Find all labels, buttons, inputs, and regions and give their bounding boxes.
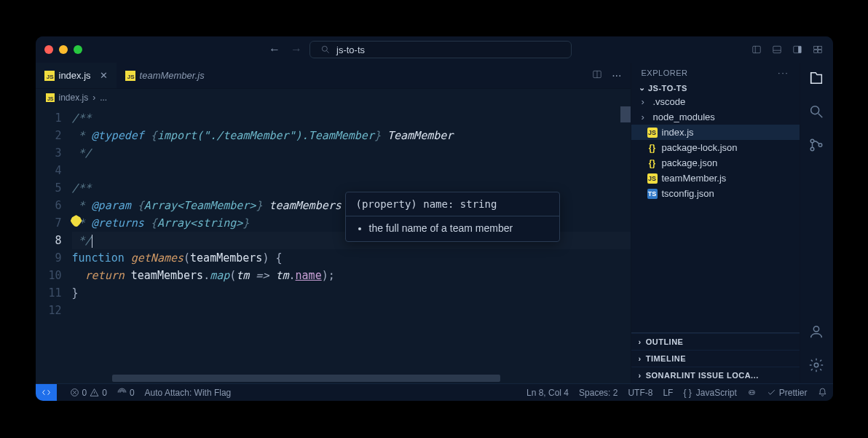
notifications-icon[interactable] [818, 388, 827, 397]
editor-group: JS index.js ✕ JS teamMember.js ··· JS in… [36, 63, 631, 383]
hover-signature: (property) name: string [346, 192, 559, 216]
json-file-icon: {} [647, 143, 658, 153]
js-file-icon: JS [44, 71, 55, 81]
activity-bar [800, 63, 833, 383]
breadcrumb[interactable]: JS index.js › ... [36, 89, 631, 106]
file-teammember-js[interactable]: JS teamMember.js [631, 171, 800, 186]
search-activity-icon[interactable] [808, 103, 824, 122]
toggle-primary-sidebar-icon[interactable] [750, 44, 763, 55]
ts-file-icon: TS [647, 189, 658, 199]
encoding-status[interactable]: UTF-8 [628, 388, 652, 398]
indentation-status[interactable]: Spaces: 2 [579, 388, 618, 398]
autoattach-status[interactable]: Auto Attach: With Flag [145, 388, 232, 398]
nav-arrows: ← → [269, 43, 302, 56]
section-sonarlint[interactable]: › SONARLINT ISSUE LOCA... [631, 367, 800, 383]
svg-rect-4 [773, 46, 781, 52]
maximize-window-icon[interactable] [74, 45, 82, 54]
svg-rect-11 [818, 50, 821, 53]
breadcrumb-tail: ... [100, 93, 107, 103]
remote-indicator[interactable] [36, 384, 57, 401]
svg-point-0 [322, 46, 327, 51]
folder-node-modules[interactable]: › node_modules [631, 109, 800, 125]
svg-rect-9 [818, 46, 821, 49]
explorer-root[interactable]: ⌄ JS-TO-TS [631, 82, 800, 94]
svg-rect-8 [813, 46, 817, 49]
section-timeline[interactable]: › TIMELINE [631, 350, 800, 367]
explorer-title: EXPLORER [642, 69, 688, 77]
eol-status[interactable]: LF [663, 388, 673, 398]
chevron-right-icon: › [639, 354, 642, 363]
svg-point-18 [818, 144, 822, 147]
svg-point-26 [750, 392, 751, 393]
horizontal-scrollbar[interactable] [112, 375, 623, 382]
source-control-activity-icon[interactable] [808, 137, 824, 156]
toggle-secondary-sidebar-icon[interactable] [791, 44, 804, 55]
tab-teammember-js[interactable]: JS teamMember.js [117, 63, 213, 88]
hover-tooltip: (property) name: string the full name of… [345, 192, 560, 242]
status-bar: 0 0 0 Auto Attach: With Flag Ln 8, Col 4… [36, 383, 833, 401]
problems-status[interactable]: 0 0 [70, 388, 107, 398]
tab-index-js[interactable]: JS index.js ✕ [36, 63, 117, 88]
code-editor[interactable]: 123 456 789 101112 /** * @typedef {impor… [36, 106, 631, 383]
command-center[interactable]: js-to-ts [309, 41, 572, 58]
file-package-lock[interactable]: {} package-lock.json [631, 140, 800, 155]
chevron-right-icon: › [639, 337, 642, 346]
js-file-icon: JS [647, 173, 658, 184]
split-editor-icon[interactable] [591, 69, 603, 82]
file-tsconfig[interactable]: TS tsconfig.json [631, 186, 800, 201]
tab-label: index.js [59, 70, 91, 81]
svg-line-1 [327, 51, 329, 53]
search-icon [320, 44, 331, 55]
svg-point-19 [813, 326, 818, 332]
folder-vscode[interactable]: › .vscode [631, 94, 800, 109]
nav-forward-icon[interactable]: → [291, 43, 302, 56]
chevron-right-icon: › [642, 96, 649, 107]
cursor-position[interactable]: Ln 8, Col 4 [526, 388, 569, 398]
chevron-down-icon: ⌄ [639, 83, 646, 93]
svg-line-15 [818, 114, 823, 118]
text-cursor [92, 235, 92, 248]
vscode-window: ← → js-to-ts JS index.js ✕ [36, 36, 833, 401]
more-actions-icon[interactable]: ··· [612, 69, 621, 82]
explorer-more-icon[interactable]: ··· [778, 69, 789, 77]
explorer-activity-icon[interactable] [808, 70, 824, 89]
json-file-icon: {} [647, 158, 658, 168]
js-file-icon: JS [125, 71, 135, 81]
sidebar-sections: › OUTLINE › TIMELINE › SONARLINT ISSUE L… [631, 332, 800, 383]
toggle-panel-icon[interactable] [770, 44, 784, 55]
section-outline[interactable]: › OUTLINE [631, 333, 800, 350]
language-mode[interactable]: { }JavaScript [683, 388, 736, 398]
settings-activity-icon[interactable] [808, 357, 824, 376]
tab-label: teamMember.js [140, 70, 205, 81]
scrollbar[interactable] [620, 106, 631, 383]
nav-back-icon[interactable]: ← [269, 43, 280, 56]
js-file-icon: JS [46, 93, 55, 102]
scrollbar-thumb[interactable] [620, 106, 631, 122]
file-tree: › .vscode › node_modules JS index.js {} … [631, 94, 800, 201]
titlebar: ← → js-to-ts [36, 36, 833, 63]
tab-bar: JS index.js ✕ JS teamMember.js ··· [36, 63, 631, 89]
close-window-icon[interactable] [44, 45, 53, 54]
account-activity-icon[interactable] [808, 324, 824, 343]
command-center-text: js-to-ts [336, 44, 365, 55]
svg-point-14 [811, 106, 819, 114]
minimize-window-icon[interactable] [59, 45, 68, 54]
window-controls [44, 45, 82, 54]
js-file-icon: JS [647, 128, 658, 138]
svg-rect-2 [752, 46, 760, 52]
svg-point-27 [752, 392, 753, 393]
svg-point-20 [814, 363, 818, 367]
chevron-right-icon: › [639, 371, 642, 380]
horizontal-scrollbar-thumb[interactable] [112, 375, 501, 382]
svg-rect-10 [813, 50, 817, 53]
customize-layout-icon[interactable] [811, 44, 824, 55]
file-package-json[interactable]: {} package.json [631, 155, 800, 171]
file-index-js[interactable]: JS index.js [631, 125, 800, 140]
close-tab-icon[interactable]: ✕ [100, 70, 108, 81]
svg-rect-7 [798, 46, 801, 52]
ports-status[interactable]: 0 [117, 388, 135, 398]
hover-description: the full name of a team member [346, 216, 559, 241]
copilot-status-icon[interactable] [747, 388, 757, 397]
code-content[interactable]: /** * @typedef {import("./teamMember").T… [72, 106, 631, 383]
formatter-status[interactable]: Prettier [767, 388, 808, 398]
